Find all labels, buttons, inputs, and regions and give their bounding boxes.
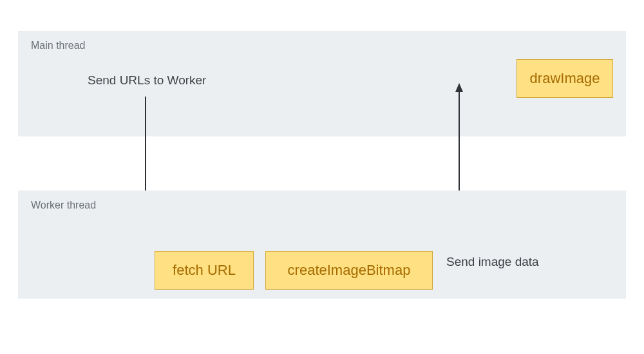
create-bitmap-text: createImageBitmap: [288, 262, 411, 279]
send-image-data-label: Send image data: [446, 255, 539, 269]
create-image-bitmap-box: createImageBitmap: [265, 251, 433, 290]
fetch-url-box: fetch URL: [155, 251, 254, 290]
worker-thread-label: Worker thread: [31, 200, 613, 211]
main-thread-label: Main thread: [31, 40, 613, 51]
fetch-url-text: fetch URL: [173, 262, 236, 279]
svg-marker-3: [455, 83, 463, 92]
send-urls-label: Send URLs to Worker: [88, 73, 206, 88]
worker-thread-band: Worker thread fetch URL createImageBitma…: [18, 191, 626, 299]
draw-image-box: drawImage: [516, 59, 613, 98]
draw-image-text: drawImage: [530, 70, 600, 87]
